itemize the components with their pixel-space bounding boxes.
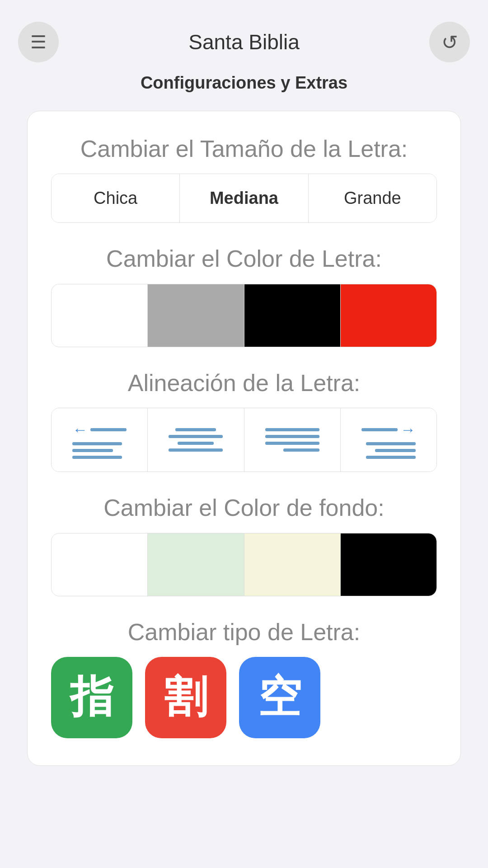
settings-card: Cambiar el Tamaño de la Letra: Chica Med… bbox=[27, 111, 461, 766]
font-size-title: Cambiar el Tamaño de la Letra: bbox=[51, 135, 437, 163]
bg-color-title: Cambiar el Color de fondo: bbox=[51, 494, 437, 522]
menu-button[interactable]: ☰ bbox=[18, 22, 59, 62]
align-right-arrow-button[interactable]: → bbox=[341, 408, 436, 472]
font-type-green[interactable]: 指 bbox=[51, 657, 132, 738]
font-color-options bbox=[51, 284, 437, 347]
font-size-chica[interactable]: Chica bbox=[52, 174, 180, 222]
font-color-title: Cambiar el Color de Letra: bbox=[51, 245, 437, 273]
alignment-section: Alineación de la Letra: ← bbox=[51, 369, 437, 472]
bg-color-options bbox=[51, 533, 437, 596]
font-color-white[interactable] bbox=[52, 284, 148, 347]
font-size-options: Chica Mediana Grande bbox=[51, 174, 437, 223]
font-size-section: Cambiar el Tamaño de la Letra: Chica Med… bbox=[51, 135, 437, 223]
align-center-button[interactable] bbox=[148, 408, 244, 472]
font-color-section: Cambiar el Color de Letra: bbox=[51, 245, 437, 347]
align-center-icon bbox=[169, 428, 223, 452]
font-size-grande[interactable]: Grande bbox=[309, 174, 436, 222]
font-color-black[interactable] bbox=[244, 284, 341, 347]
page-subtitle: Configuraciones y Extras bbox=[141, 73, 347, 93]
align-left-icon: ← bbox=[72, 421, 127, 459]
bg-color-black[interactable] bbox=[341, 533, 436, 596]
font-type-options: 指 割 空 bbox=[51, 657, 437, 738]
menu-icon: ☰ bbox=[30, 32, 47, 52]
font-type-title: Cambiar tipo de Letra: bbox=[51, 618, 437, 646]
back-icon: ↺ bbox=[441, 31, 458, 54]
font-type-section: Cambiar tipo de Letra: 指 割 空 bbox=[51, 618, 437, 738]
align-right-arrow-icon: → bbox=[361, 421, 416, 459]
bg-color-cream[interactable] bbox=[244, 533, 341, 596]
back-button[interactable]: ↺ bbox=[429, 22, 470, 62]
font-color-gray[interactable] bbox=[148, 284, 244, 347]
bg-color-white[interactable] bbox=[52, 533, 148, 596]
font-type-red[interactable]: 割 bbox=[145, 657, 226, 738]
font-color-red[interactable] bbox=[341, 284, 436, 347]
align-left-button[interactable]: ← bbox=[52, 408, 148, 472]
bg-color-mint[interactable] bbox=[148, 533, 244, 596]
align-right-button[interactable] bbox=[244, 408, 341, 472]
font-size-mediana[interactable]: Mediana bbox=[180, 174, 308, 222]
align-justify-icon bbox=[265, 428, 319, 452]
alignment-options: ← bbox=[51, 408, 437, 472]
alignment-title: Alineación de la Letra: bbox=[51, 369, 437, 397]
app-title: Santa Biblia bbox=[59, 30, 429, 54]
app-header: ☰ Santa Biblia ↺ bbox=[0, 0, 488, 73]
font-type-blue[interactable]: 空 bbox=[239, 657, 320, 738]
bg-color-section: Cambiar el Color de fondo: bbox=[51, 494, 437, 596]
